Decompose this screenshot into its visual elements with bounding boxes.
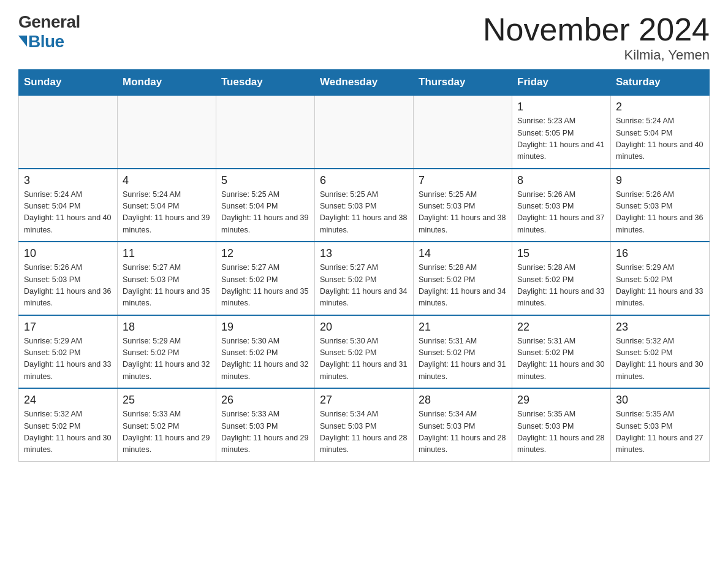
day-info: Sunrise: 5:29 AMSunset: 5:02 PMDaylight:… bbox=[24, 335, 112, 383]
logo-blue-row: Blue bbox=[18, 32, 64, 52]
calendar-cell bbox=[216, 95, 315, 169]
day-number: 1 bbox=[517, 101, 605, 113]
calendar-cell: 23Sunrise: 5:32 AMSunset: 5:02 PMDayligh… bbox=[611, 315, 710, 389]
calendar-cell: 8Sunrise: 5:26 AMSunset: 5:03 PMDaylight… bbox=[512, 169, 611, 242]
day-header-wednesday: Wednesday bbox=[315, 70, 414, 96]
calendar-cell: 16Sunrise: 5:29 AMSunset: 5:02 PMDayligh… bbox=[611, 242, 710, 315]
week-row-4: 17Sunrise: 5:29 AMSunset: 5:02 PMDayligh… bbox=[19, 315, 710, 389]
day-info: Sunrise: 5:27 AMSunset: 5:02 PMDaylight:… bbox=[320, 262, 408, 310]
calendar-cell: 10Sunrise: 5:26 AMSunset: 5:03 PMDayligh… bbox=[19, 242, 118, 315]
week-row-1: 1Sunrise: 5:23 AMSunset: 5:05 PMDaylight… bbox=[19, 95, 710, 169]
day-info: Sunrise: 5:28 AMSunset: 5:02 PMDaylight:… bbox=[517, 262, 605, 310]
day-info: Sunrise: 5:31 AMSunset: 5:02 PMDaylight:… bbox=[419, 335, 507, 383]
calendar-cell: 20Sunrise: 5:30 AMSunset: 5:02 PMDayligh… bbox=[315, 315, 414, 389]
day-number: 21 bbox=[419, 321, 507, 334]
day-number: 16 bbox=[616, 247, 704, 260]
location-title: Kilmia, Yemen bbox=[483, 47, 710, 63]
day-number: 25 bbox=[123, 394, 211, 407]
day-number: 8 bbox=[517, 174, 605, 187]
calendar-cell: 2Sunrise: 5:24 AMSunset: 5:04 PMDaylight… bbox=[611, 95, 710, 169]
calendar-cell bbox=[315, 95, 414, 169]
calendar-cell: 9Sunrise: 5:26 AMSunset: 5:03 PMDaylight… bbox=[611, 169, 710, 242]
day-header-monday: Monday bbox=[118, 70, 216, 96]
calendar-cell: 17Sunrise: 5:29 AMSunset: 5:02 PMDayligh… bbox=[19, 315, 118, 389]
calendar-cell bbox=[118, 95, 216, 169]
day-number: 10 bbox=[24, 247, 112, 260]
day-info: Sunrise: 5:27 AMSunset: 5:03 PMDaylight:… bbox=[123, 262, 211, 310]
day-number: 18 bbox=[123, 321, 211, 334]
calendar-cell: 11Sunrise: 5:27 AMSunset: 5:03 PMDayligh… bbox=[118, 242, 216, 315]
day-info: Sunrise: 5:34 AMSunset: 5:03 PMDaylight:… bbox=[419, 408, 507, 456]
day-info: Sunrise: 5:32 AMSunset: 5:02 PMDaylight:… bbox=[24, 408, 112, 456]
day-info: Sunrise: 5:35 AMSunset: 5:03 PMDaylight:… bbox=[517, 408, 605, 456]
day-info: Sunrise: 5:30 AMSunset: 5:02 PMDaylight:… bbox=[221, 335, 309, 383]
calendar-cell: 19Sunrise: 5:30 AMSunset: 5:02 PMDayligh… bbox=[216, 315, 315, 389]
calendar-cell: 1Sunrise: 5:23 AMSunset: 5:05 PMDaylight… bbox=[512, 95, 611, 169]
day-number: 17 bbox=[24, 321, 112, 334]
day-number: 30 bbox=[616, 394, 704, 407]
day-number: 14 bbox=[419, 247, 507, 260]
day-info: Sunrise: 5:25 AMSunset: 5:03 PMDaylight:… bbox=[320, 189, 408, 237]
day-info: Sunrise: 5:23 AMSunset: 5:05 PMDaylight:… bbox=[517, 115, 605, 163]
day-info: Sunrise: 5:35 AMSunset: 5:03 PMDaylight:… bbox=[616, 408, 704, 456]
day-info: Sunrise: 5:28 AMSunset: 5:02 PMDaylight:… bbox=[419, 262, 507, 310]
calendar-cell: 12Sunrise: 5:27 AMSunset: 5:02 PMDayligh… bbox=[216, 242, 315, 315]
logo-general-text: General bbox=[18, 12, 80, 32]
week-row-2: 3Sunrise: 5:24 AMSunset: 5:04 PMDaylight… bbox=[19, 169, 710, 242]
day-number: 11 bbox=[123, 247, 211, 260]
calendar-cell: 3Sunrise: 5:24 AMSunset: 5:04 PMDaylight… bbox=[19, 169, 118, 242]
day-number: 29 bbox=[517, 394, 605, 407]
calendar-header: SundayMondayTuesdayWednesdayThursdayFrid… bbox=[19, 70, 710, 96]
logo-triangle-icon bbox=[18, 36, 27, 47]
day-number: 12 bbox=[221, 247, 309, 260]
calendar-cell: 5Sunrise: 5:25 AMSunset: 5:04 PMDaylight… bbox=[216, 169, 315, 242]
calendar-body: 1Sunrise: 5:23 AMSunset: 5:05 PMDaylight… bbox=[19, 95, 710, 461]
calendar-cell: 25Sunrise: 5:33 AMSunset: 5:02 PMDayligh… bbox=[118, 388, 216, 461]
day-info: Sunrise: 5:31 AMSunset: 5:02 PMDaylight:… bbox=[517, 335, 605, 383]
day-header-saturday: Saturday bbox=[611, 70, 710, 96]
day-number: 2 bbox=[616, 101, 704, 113]
calendar-cell: 13Sunrise: 5:27 AMSunset: 5:02 PMDayligh… bbox=[315, 242, 414, 315]
calendar-cell: 4Sunrise: 5:24 AMSunset: 5:04 PMDaylight… bbox=[118, 169, 216, 242]
day-info: Sunrise: 5:26 AMSunset: 5:03 PMDaylight:… bbox=[616, 189, 704, 237]
day-info: Sunrise: 5:26 AMSunset: 5:03 PMDaylight:… bbox=[517, 189, 605, 237]
day-info: Sunrise: 5:29 AMSunset: 5:02 PMDaylight:… bbox=[123, 335, 211, 383]
day-number: 22 bbox=[517, 321, 605, 334]
day-number: 20 bbox=[320, 321, 408, 334]
day-number: 6 bbox=[320, 174, 408, 187]
calendar-cell: 24Sunrise: 5:32 AMSunset: 5:02 PMDayligh… bbox=[19, 388, 118, 461]
day-number: 9 bbox=[616, 174, 704, 187]
page-header: General Blue November 2024 Kilmia, Yemen bbox=[18, 12, 710, 63]
day-info: Sunrise: 5:25 AMSunset: 5:03 PMDaylight:… bbox=[419, 189, 507, 237]
day-info: Sunrise: 5:33 AMSunset: 5:02 PMDaylight:… bbox=[123, 408, 211, 456]
calendar-cell: 14Sunrise: 5:28 AMSunset: 5:02 PMDayligh… bbox=[414, 242, 512, 315]
title-block: November 2024 Kilmia, Yemen bbox=[483, 12, 710, 63]
day-number: 13 bbox=[320, 247, 408, 260]
calendar-cell: 21Sunrise: 5:31 AMSunset: 5:02 PMDayligh… bbox=[414, 315, 512, 389]
day-number: 4 bbox=[123, 174, 211, 187]
day-number: 26 bbox=[221, 394, 309, 407]
calendar-table: SundayMondayTuesdayWednesdayThursdayFrid… bbox=[18, 69, 710, 462]
week-row-3: 10Sunrise: 5:26 AMSunset: 5:03 PMDayligh… bbox=[19, 242, 710, 315]
week-row-5: 24Sunrise: 5:32 AMSunset: 5:02 PMDayligh… bbox=[19, 388, 710, 461]
calendar-cell: 28Sunrise: 5:34 AMSunset: 5:03 PMDayligh… bbox=[414, 388, 512, 461]
day-info: Sunrise: 5:25 AMSunset: 5:04 PMDaylight:… bbox=[221, 189, 309, 237]
day-number: 27 bbox=[320, 394, 408, 407]
day-info: Sunrise: 5:30 AMSunset: 5:02 PMDaylight:… bbox=[320, 335, 408, 383]
day-number: 15 bbox=[517, 247, 605, 260]
day-number: 19 bbox=[221, 321, 309, 334]
calendar-cell: 18Sunrise: 5:29 AMSunset: 5:02 PMDayligh… bbox=[118, 315, 216, 389]
calendar-cell: 15Sunrise: 5:28 AMSunset: 5:02 PMDayligh… bbox=[512, 242, 611, 315]
calendar-cell: 22Sunrise: 5:31 AMSunset: 5:02 PMDayligh… bbox=[512, 315, 611, 389]
calendar-cell bbox=[414, 95, 512, 169]
calendar-cell: 7Sunrise: 5:25 AMSunset: 5:03 PMDaylight… bbox=[414, 169, 512, 242]
day-info: Sunrise: 5:24 AMSunset: 5:04 PMDaylight:… bbox=[123, 189, 211, 237]
logo-blue-text: Blue bbox=[28, 32, 64, 52]
day-number: 28 bbox=[419, 394, 507, 407]
day-info: Sunrise: 5:34 AMSunset: 5:03 PMDaylight:… bbox=[320, 408, 408, 456]
month-title: November 2024 bbox=[483, 12, 710, 47]
calendar-cell: 26Sunrise: 5:33 AMSunset: 5:03 PMDayligh… bbox=[216, 388, 315, 461]
day-number: 23 bbox=[616, 321, 704, 334]
day-header-friday: Friday bbox=[512, 70, 611, 96]
day-number: 24 bbox=[24, 394, 112, 407]
